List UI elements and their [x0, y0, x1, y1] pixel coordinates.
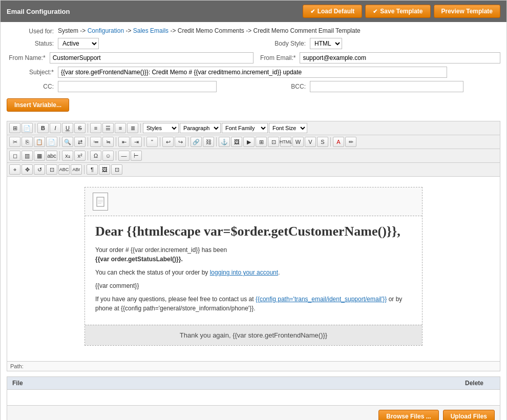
subject-label: Subject:*: [7, 69, 58, 76]
tb-underline-btn[interactable]: U: [62, 123, 73, 133]
tb-unorderedlist-btn[interactable]: ≔: [90, 137, 101, 147]
from-name-input[interactable]: [50, 52, 253, 64]
tb-move-btn[interactable]: ✥: [22, 164, 33, 175]
body-style-label: Body Style:: [253, 40, 310, 47]
from-email-input[interactable]: [300, 52, 500, 64]
editor-content[interactable]: Dear {{htmlescape var=$order.getCustomer…: [7, 177, 500, 361]
config-link[interactable]: Configuration: [88, 27, 124, 34]
used-for-label: Used for:: [7, 27, 58, 35]
tb-snippet-btn[interactable]: S: [317, 137, 328, 147]
tb-flash-btn[interactable]: ▶: [243, 137, 255, 147]
check-icon: ✔: [310, 8, 315, 15]
tb-blockquote-btn[interactable]: ": [146, 137, 158, 147]
tb-media-btn[interactable]: ⊡: [268, 137, 279, 147]
load-default-button[interactable]: ✔ Load Default: [303, 5, 363, 18]
tb-smiley-btn[interactable]: ☺: [102, 151, 114, 161]
editor-wrapper: ⊞ 📄 B I U S ≡ ☰ ≡ ≣ Styles Paragraph Fon…: [7, 121, 500, 362]
tb-cut-btn[interactable]: ✂: [9, 137, 20, 147]
subject-input[interactable]: [58, 67, 447, 78]
toolbar-row-2: ✂ ⎘ 📋 📄 🔍 ⇄ ≔ ≒ ⇤ ⇥ " ↩ ↪ 🔗 ⛓ ⚓ 🖼 ▶ ⊞: [7, 135, 500, 149]
tb-col2[interactable]: ▥: [22, 151, 33, 161]
preview-template-button[interactable]: Preview Template: [434, 5, 501, 18]
tb-indent-btn[interactable]: ⇥: [131, 137, 142, 147]
tb-fontcolor-btn[interactable]: A: [333, 137, 344, 147]
tb-table2-btn[interactable]: ⊡: [111, 164, 122, 175]
tb-special-btn[interactable]: Ω: [90, 151, 101, 161]
tb-html-btn[interactable]: HTML: [280, 137, 291, 147]
tb-align-center-btn[interactable]: ☰: [102, 123, 114, 133]
upload-files-button[interactable]: Upload Files: [443, 410, 495, 420]
used-for-row: Used for: System -> Configuration -> Sal…: [7, 27, 500, 35]
tb-replace-btn[interactable]: ⇄: [74, 137, 86, 147]
tb-hr-btn[interactable]: —: [118, 151, 130, 161]
email-para-4: If you have any questions, please feel f…: [95, 295, 412, 313]
tb-cursor-btn[interactable]: ⌖: [9, 164, 20, 175]
email-body-box: Dear {{htmlescape var=$order.getCustomer…: [85, 216, 422, 325]
tb-spell-btn[interactable]: abc: [46, 151, 57, 161]
fromname-col: From Name:*: [7, 52, 253, 67]
tb-newdoc-btn[interactable]: 📄: [22, 123, 33, 133]
tb-fontsize-select[interactable]: Font Size: [269, 123, 307, 133]
from-email-label: From Email:*: [253, 54, 300, 61]
tb-strikethrough-btn[interactable]: S: [74, 123, 86, 133]
tb-italic-btn[interactable]: I: [50, 123, 61, 133]
tb-align-left-btn[interactable]: ≡: [90, 123, 101, 133]
tb-image-btn[interactable]: 🖼: [231, 137, 242, 147]
tb-pasteplain-btn[interactable]: 📄: [46, 137, 57, 147]
status-label: Status:: [7, 40, 58, 47]
tb-pagebreak-btn[interactable]: ⊢: [131, 151, 142, 161]
tb-redo-btn[interactable]: ↪: [175, 137, 186, 147]
tb-outdent-btn[interactable]: ⇤: [118, 137, 130, 147]
tb-styles-select[interactable]: Styles: [143, 123, 179, 133]
tb-abbr-btn[interactable]: ABr: [71, 164, 82, 175]
bcc-input[interactable]: [310, 81, 463, 92]
tb-rotate-btn[interactable]: ↺: [34, 164, 45, 175]
tb-align-right-btn[interactable]: ≡: [115, 123, 126, 133]
path-bar: Path:: [7, 362, 500, 371]
tb-justify-btn[interactable]: ≣: [127, 123, 138, 133]
tb-widget-btn[interactable]: W: [292, 137, 304, 147]
page-title: Email Configuration: [7, 8, 70, 15]
tb-unlink-btn[interactable]: ⛓: [203, 137, 214, 147]
tb-fontfamily-select[interactable]: Font Family: [222, 123, 268, 133]
tb-img2-btn[interactable]: 🖼: [99, 164, 110, 175]
tb-selectall-btn[interactable]: ◻: [9, 151, 20, 161]
tb-highlight-btn[interactable]: ✏: [345, 137, 356, 147]
form-area: Used for: System -> Configuration -> Sal…: [1, 22, 506, 121]
email-para-2: You can check the status of your order b…: [95, 268, 412, 277]
toolbar-row-4: ⌖ ✥ ↺ ⊡ ABC ABr ¶ 🖼 ⊡: [7, 163, 500, 177]
tb-sub-btn[interactable]: x₂: [62, 151, 73, 161]
tb-orderedlist-btn[interactable]: ≒: [102, 137, 114, 147]
tb-bold-btn[interactable]: B: [37, 123, 49, 133]
tb-find-btn[interactable]: 🔍: [62, 137, 73, 147]
tb-format-select[interactable]: Paragraph: [180, 123, 221, 133]
save-template-button[interactable]: ✔ Save Template: [365, 5, 430, 18]
tb-sep-8: [160, 137, 160, 146]
email-greeting: Dear {{htmlescape var=$order.getCustomer…: [95, 224, 412, 239]
email-doc-icon: [93, 193, 108, 211]
tb-sup-btn[interactable]: x²: [74, 151, 86, 161]
tb-sep-5: [88, 137, 88, 146]
tb-paste-btn[interactable]: 📋: [34, 137, 45, 147]
body-style-select-wrapper: HTML Text: [310, 38, 342, 49]
tb-para-mark[interactable]: ¶: [87, 164, 98, 175]
cc-input[interactable]: [58, 81, 217, 92]
browse-files-button[interactable]: Browse Files ...: [378, 410, 438, 420]
tb-variable-btn[interactable]: V: [305, 137, 316, 147]
body-style-select[interactable]: HTML Text: [310, 38, 342, 49]
tb-undo-btn[interactable]: ↩: [162, 137, 174, 147]
tb-copy-btn[interactable]: ⎘: [22, 137, 33, 147]
status-select[interactable]: Active Inactive: [58, 38, 99, 49]
tb-anchor-btn[interactable]: ⚓: [219, 137, 230, 147]
tb-col3[interactable]: ▦: [34, 151, 45, 161]
tb-spell2-btn[interactable]: ABC: [58, 164, 70, 175]
support-email-link[interactable]: {{config path='trans_email/ident_support…: [256, 296, 387, 303]
tb-sep-2: [88, 123, 88, 133]
tb-source-btn[interactable]: ⊞: [9, 123, 20, 133]
insert-variable-button[interactable]: Insert Variable...: [7, 98, 69, 112]
login-link[interactable]: logging into your account: [210, 269, 278, 276]
sales-emails-link[interactable]: Sales Emails: [133, 27, 168, 34]
tb-crop-btn[interactable]: ⊡: [46, 164, 57, 175]
tb-link-btn[interactable]: 🔗: [191, 137, 202, 147]
tb-table-btn[interactable]: ⊞: [256, 137, 267, 147]
